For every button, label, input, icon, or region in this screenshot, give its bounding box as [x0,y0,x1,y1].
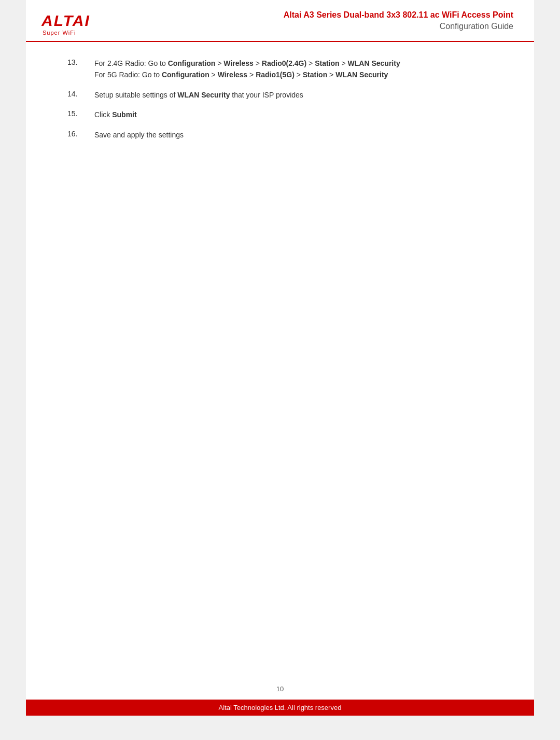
step-bold-text: WLAN Security [348,59,400,67]
page-footer: Altai Technologies Ltd. All rights reser… [26,700,534,716]
step-bold-text: Radio0(2.4G) [262,59,306,67]
step-bold-text: Radio1(5G) [256,71,295,79]
step-content: Click Submit [94,109,503,120]
svg-text:ALTAI: ALTAI [41,12,90,29]
step-bold-text: Station [303,71,327,79]
step-content: For 2.4G Radio: Go to Configuration > Wi… [94,58,503,81]
page-header: ALTAI Super WiFi Altai A3 Series Dual-ba… [26,0,534,42]
step-item: 13.For 2.4G Radio: Go to Configuration >… [67,58,503,81]
step-content: Setup suitable settings of WLAN Security… [94,89,503,101]
step-item: 15.Click Submit [67,109,503,120]
step-number: 14. [67,89,94,98]
step-bold-text: Configuration [168,59,216,67]
step-number: 16. [67,129,94,138]
step-bold-text: Wireless [223,59,253,67]
step-number: 13. [67,58,94,66]
step-line: For 5G Radio: Go to Configuration > Wire… [94,69,503,80]
step-line: Click Submit [94,109,503,120]
logo-area: ALTAI Super WiFi [41,9,114,36]
step-bold-text: Wireless [218,71,247,79]
step-bold-text: Submit [112,110,136,119]
step-bold-text: WLAN Security [335,71,388,79]
step-line: Setup suitable settings of WLAN Security… [94,89,503,101]
step-bold-text: Station [315,59,339,67]
step-bold-text: WLAN Security [177,91,230,99]
footer-copyright: Altai Technologies Ltd. All rights reser… [219,704,342,711]
step-item: 14.Setup suitable settings of WLAN Secur… [67,89,503,101]
step-number: 15. [67,109,94,118]
page-content: 13.For 2.4G Radio: Go to Configuration >… [26,42,534,180]
step-item: 16.Save and apply the settings [67,129,503,141]
step-line: Save and apply the settings [94,129,503,141]
page-container: ALTAI Super WiFi Altai A3 Series Dual-ba… [26,0,534,716]
header-title-area: Altai A3 Series Dual-band 3x3 802.11 ac … [284,9,513,33]
header-sub-title: Configuration Guide [284,21,513,32]
step-line: For 2.4G Radio: Go to Configuration > Wi… [94,58,503,69]
step-list: 13.For 2.4G Radio: Go to Configuration >… [67,58,503,141]
header-main-title: Altai A3 Series Dual-band 3x3 802.11 ac … [284,9,513,21]
step-bold-text: Configuration [162,71,209,79]
page-number: 10 [26,685,534,693]
step-content: Save and apply the settings [94,129,503,141]
logo-super-wifi: Super WiFi [43,30,76,36]
